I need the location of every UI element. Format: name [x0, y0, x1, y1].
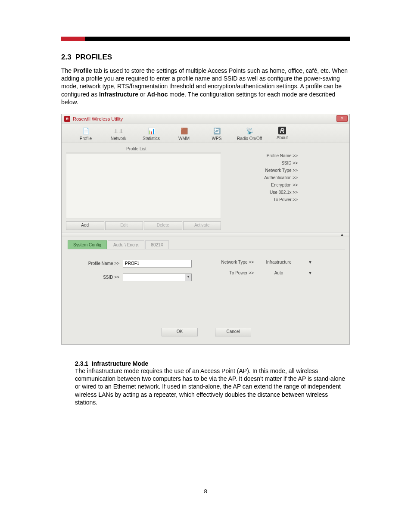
text: The	[61, 67, 73, 74]
text: or	[138, 91, 147, 98]
toolbar-wmm[interactable]: 🟫 WMM	[168, 127, 199, 141]
intro-paragraph: The Profile tab is used to store the set…	[61, 67, 350, 106]
app-window: R Rosewill Wireless Utility x 📄 Profile …	[61, 114, 350, 345]
toolbar-label: Statistics	[143, 136, 160, 141]
toolbar-label: Radio On/Off	[237, 136, 262, 141]
config-right-col: Network Type >> Infrastructure ▼ Tx Powe…	[206, 260, 341, 287]
bottom-button-row: OK Cancel	[68, 326, 345, 340]
section-number: 2.3	[61, 53, 72, 61]
tx-power-value: Auto	[257, 271, 300, 275]
toolbar-about[interactable]: R About	[267, 127, 298, 141]
profile-name-label: Profile Name >>	[72, 261, 123, 266]
activate-button[interactable]: Activate	[183, 221, 221, 230]
edit-button[interactable]: Edit	[105, 221, 143, 230]
toolbar: 📄 Profile ⊥⊥ Network 📊 Statistics 🟫 WMM …	[62, 124, 349, 143]
toolbar-label: WMM	[178, 136, 190, 141]
text-bold: Ad-hoc	[147, 91, 168, 98]
toolbar-label: About	[277, 135, 288, 140]
cancel-button[interactable]: Cancel	[215, 328, 251, 336]
tab-8021x[interactable]: 8021X	[145, 240, 169, 249]
profile-list[interactable]	[66, 153, 221, 219]
network-type-value: Infrastructure	[257, 260, 300, 264]
collapse-handle[interactable]: ▲	[62, 233, 349, 237]
subsection-heading: Infrastructure Mode	[92, 360, 148, 367]
collapse-arrow-icon: ▲	[340, 232, 344, 237]
detail-txpower: Tx Power >>	[229, 197, 299, 202]
window-title: Rosewill Wireless Utility	[73, 116, 123, 121]
toolbar-statistics[interactable]: 📊 Statistics	[136, 127, 167, 141]
wps-icon: 🔄	[212, 127, 221, 135]
profile-button-row: Add Edit Delete Activate	[66, 221, 221, 230]
profile-section: Profile List Add Edit Delete Activate Pr…	[62, 143, 349, 233]
profile-list-label: Profile List	[66, 146, 221, 152]
toolbar-profile[interactable]: 📄 Profile	[70, 127, 101, 141]
profile-details-panel: Profile Name >> SSID >> Network Type >> …	[224, 143, 349, 233]
profile-list-panel: Profile List Add Edit Delete Activate	[62, 143, 224, 233]
toolbar-wps[interactable]: 🔄 WPS	[201, 127, 232, 141]
add-button[interactable]: Add	[66, 221, 104, 230]
radio-icon: 📡	[245, 127, 254, 135]
subsection-number: 2.3.1	[75, 360, 88, 367]
close-button[interactable]: x	[336, 115, 348, 122]
subsection-title: 2.3.1 Infrastructure Mode	[75, 360, 350, 367]
tab-auth-encry[interactable]: Auth. \ Encry.	[108, 240, 144, 249]
detail-8021x: Use 802.1x >>	[229, 190, 299, 195]
toolbar-radio[interactable]: 📡 Radio On/Off	[234, 127, 265, 141]
tab-system-config[interactable]: System Config	[68, 240, 107, 249]
detail-authentication: Authentication >>	[229, 175, 299, 180]
text-bold: Profile	[73, 67, 92, 74]
tx-power-dropdown[interactable]: ▼	[308, 271, 312, 275]
tx-power-label: Tx Power >>	[206, 271, 257, 275]
network-type-label: Network Type >>	[206, 260, 257, 264]
ssid-label: SSID >>	[72, 275, 123, 280]
wmm-icon: 🟫	[179, 127, 189, 135]
config-body: Profile Name >> SSID >> ▾ Network Type >…	[68, 249, 345, 326]
detail-network-type: Network Type >>	[229, 168, 299, 173]
config-left-col: Profile Name >> SSID >> ▾	[72, 260, 206, 287]
dropdown-arrow-icon: ▾	[185, 274, 191, 281]
network-icon: ⊥⊥	[114, 127, 123, 135]
toolbar-label: Network	[111, 136, 127, 141]
detail-encryption: Encryption >>	[229, 183, 299, 187]
config-tabs: System Config Auth. \ Encry. 8021X	[68, 240, 345, 249]
profile-name-input[interactable]	[123, 260, 192, 268]
header-bar	[61, 37, 350, 41]
title-bar: R Rosewill Wireless Utility x	[62, 114, 349, 124]
statistics-icon: 📊	[146, 127, 156, 135]
detail-ssid: SSID >>	[229, 161, 299, 165]
toolbar-network[interactable]: ⊥⊥ Network	[103, 127, 134, 141]
page-number: 8	[61, 488, 350, 495]
detail-profile-name: Profile Name >>	[229, 153, 299, 158]
subsection-text: The infrastructure mode requires the use…	[75, 367, 350, 406]
about-icon: R	[278, 127, 286, 134]
profile-icon: 📄	[81, 127, 90, 135]
network-type-dropdown[interactable]: ▼	[308, 260, 312, 264]
header-accent	[61, 37, 85, 41]
ok-button[interactable]: OK	[162, 328, 198, 336]
section-heading: PROFILES	[75, 53, 112, 61]
app-logo-icon: R	[64, 116, 70, 122]
section-title: 2.3 PROFILES	[61, 53, 350, 62]
toolbar-label: WPS	[212, 136, 222, 141]
config-area: System Config Auth. \ Encry. 8021X Profi…	[62, 237, 349, 344]
delete-button[interactable]: Delete	[144, 221, 182, 230]
header-line	[85, 37, 350, 41]
toolbar-label: Profile	[80, 136, 92, 141]
ssid-combobox[interactable]: ▾	[123, 274, 192, 281]
text-bold: Infrastructure	[99, 91, 138, 98]
